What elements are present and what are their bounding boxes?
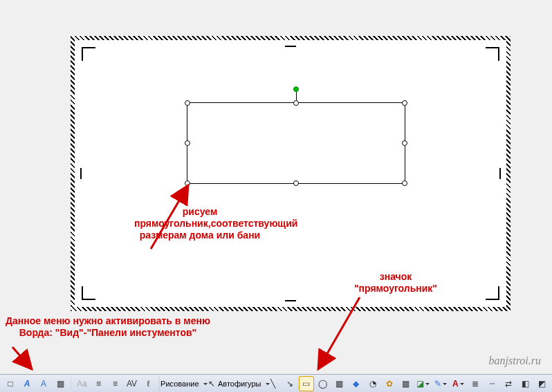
fontcolor-icon: A — [452, 378, 459, 389]
svg-line-2 — [12, 347, 32, 369]
crop-mark — [486, 286, 499, 300]
draw-menu-button[interactable]: Рисование — [163, 376, 203, 391]
crop-mark — [486, 47, 499, 61]
autoshapes-menu-button[interactable]: Автофигуры — [221, 376, 264, 391]
arrow-tool-button[interactable]: ↘ — [282, 376, 297, 391]
diagram-icon: ◔ — [367, 378, 378, 389]
dash-style-button[interactable]: ┄ — [484, 376, 499, 391]
insert-diagram-button[interactable]: ◔ — [365, 376, 380, 391]
toolbar-separator — [71, 377, 71, 391]
wordart2-icon: ◆ — [351, 378, 362, 389]
wordart-gallery-button[interactable]: A — [19, 376, 35, 391]
resize-handle[interactable] — [402, 180, 407, 186]
3d-style-button[interactable]: ◩ — [534, 376, 549, 391]
textbox2-icon: ▦ — [334, 378, 345, 389]
crop-mark — [285, 46, 296, 47]
insert-clipart-button[interactable]: ✿ — [382, 376, 397, 391]
svg-line-1 — [318, 297, 360, 369]
rectangle-icon: ▭ — [301, 378, 312, 389]
clipart-icon: ✿ — [384, 378, 395, 389]
align-icon: ≡ — [93, 378, 104, 389]
effect-icon: ℓ — [142, 378, 154, 389]
textbox-tool-button[interactable]: ▦ — [332, 376, 347, 391]
annotation-icon-note: значок "прямоугольник" — [347, 271, 444, 295]
insert-picture-button-2[interactable]: ▦ — [398, 376, 414, 391]
av-icon: AV — [126, 378, 137, 389]
shadow-style-button[interactable]: ◧ — [517, 376, 533, 391]
autoshapes-label: Автофигуры — [215, 380, 264, 388]
crop-mark — [82, 47, 95, 61]
linecolor-icon: ✎ — [434, 378, 441, 389]
draw-menu-label: Рисование — [158, 380, 201, 388]
lineweight-icon: ≣ — [470, 378, 481, 389]
dash-icon: ┄ — [486, 378, 497, 389]
fill-icon: ◪ — [416, 378, 424, 389]
arrowstyle-icon: ⇄ — [503, 378, 514, 389]
picture2-icon: ▦ — [401, 378, 412, 389]
crop-mark — [285, 300, 296, 301]
rectangle-tool-button[interactable]: ▭ — [299, 376, 314, 391]
crop-mark — [82, 286, 95, 300]
insert-textbox-button[interactable]: □ — [3, 376, 18, 391]
watermark: banjstroi.ru — [489, 355, 541, 367]
aa-icon: Aa — [76, 378, 87, 389]
letter-icon: A — [38, 378, 49, 389]
threed-icon: ◩ — [536, 378, 547, 389]
textbox-icon: □ — [5, 378, 16, 389]
spacing-button[interactable]: AV — [124, 376, 139, 391]
oval-icon: ◯ — [318, 378, 329, 389]
font-color-button[interactable]: A — [450, 376, 466, 391]
insert-wordart-button[interactable]: ◆ — [349, 376, 364, 391]
resize-handle[interactable] — [293, 180, 299, 186]
resize-handle[interactable] — [402, 140, 407, 146]
arrow-icon: ↘ — [284, 378, 295, 389]
oval-tool-button[interactable]: ◯ — [315, 376, 331, 391]
inserted-rectangle-shape[interactable] — [187, 102, 405, 184]
text-effect-button[interactable]: ℓ — [140, 376, 156, 391]
arrow-style-button[interactable]: ⇄ — [501, 376, 516, 391]
annotation-rectangle-note: рисуем прямоугольник,соответствующий раз… — [134, 206, 266, 241]
insert-picture-button[interactable]: ▦ — [53, 376, 68, 391]
line-weight-button[interactable]: ≣ — [468, 376, 483, 391]
drawing-toolbar: □ A A ▦ Aa ≡ ≡ AV ℓ Рисование ↖ Автофигу… — [0, 374, 552, 392]
annotation-menu-note: Данное меню нужно активировать в меню Во… — [4, 315, 212, 339]
crop-mark — [80, 168, 82, 179]
align-icon: ≡ — [109, 378, 120, 389]
fill-color-button[interactable]: ◪ — [415, 376, 431, 391]
disabled-button: Aa — [74, 376, 89, 391]
align-button[interactable]: ≡ — [91, 376, 106, 391]
line-color-button[interactable]: ✎ — [432, 376, 448, 391]
resize-handle[interactable] — [293, 100, 299, 106]
picture-icon: ▦ — [55, 378, 66, 389]
resize-handle[interactable] — [185, 100, 190, 106]
wordart-icon: A — [21, 378, 33, 389]
rotation-handle[interactable] — [293, 86, 299, 92]
align-button-2[interactable]: ≡ — [107, 376, 122, 391]
resize-handle[interactable] — [185, 180, 190, 186]
resize-handle[interactable] — [185, 140, 190, 146]
crop-mark — [499, 168, 501, 179]
insert-text-button[interactable]: A — [36, 376, 51, 391]
shadow-icon: ◧ — [519, 378, 531, 389]
resize-handle[interactable] — [402, 100, 407, 106]
